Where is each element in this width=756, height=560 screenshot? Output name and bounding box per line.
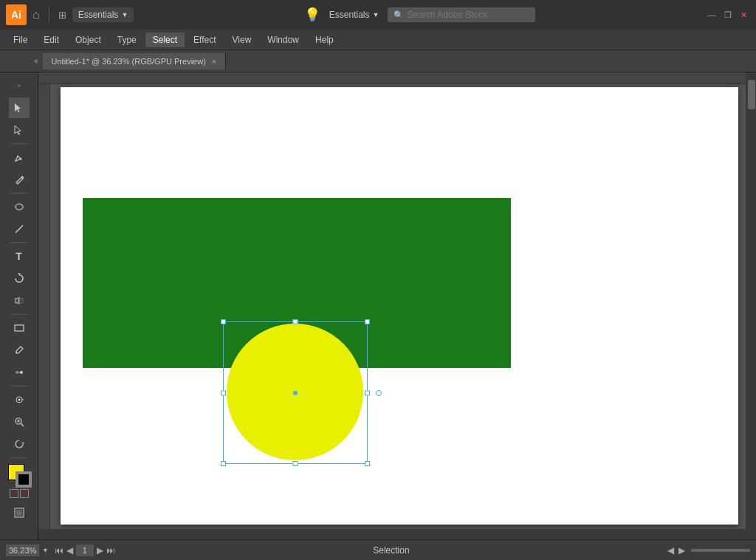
svg-point-11 [16,371,18,374]
workspace-switcher: ⊞ [58,10,66,21]
menu-type[interactable]: Type [110,33,144,47]
essentials-button[interactable]: Essentials ▼ [329,10,379,20]
handle-middle-right[interactable] [365,390,370,395]
svg-rect-6 [16,298,18,303]
ellipse-tool[interactable] [9,197,30,217]
stock-search-container: 🔍 [388,7,535,22]
rotate-view-tool[interactable] [9,434,30,454]
grid-icon[interactable]: ⊞ [58,10,66,21]
none-stroke-icon[interactable] [20,489,29,498]
menu-select[interactable]: Select [145,33,185,47]
zoom-tool[interactable] [9,412,30,432]
tab-title: Untitled-1* @ 36.23% (RGB/GPU Preview) [52,57,206,66]
zoom-control: 36.23% ▼ [6,544,49,556]
menu-help[interactable]: Help [308,33,341,47]
toolbar-separator-6 [10,457,28,458]
zoom-input[interactable]: 36.23% [6,544,39,556]
vertical-scrollbar[interactable] [746,72,756,539]
reflect-tool[interactable] [9,290,30,311]
search-icon: 🔍 [394,10,404,20]
no-fill-none-stroke[interactable] [10,489,29,498]
svg-point-3 [16,204,23,210]
toolbar-separator-2 [10,193,28,194]
handle-bottom-center[interactable] [293,461,298,466]
yellow-circle[interactable] [227,324,363,460]
svg-rect-23 [16,510,22,516]
selection-tool[interactable] [9,98,30,118]
canvas-document [61,87,738,525]
workspace-label: Essentials [78,10,119,20]
left-toolbar: » T [0,72,38,539]
maximize-button[interactable]: ❐ [722,9,734,21]
rotate-tool[interactable] [9,268,30,289]
tab-bar: « Untitled-1* @ 36.23% (RGB/GPU Preview)… [0,50,756,72]
nav-last-button[interactable]: ⏭ [106,545,115,556]
workspace-button[interactable]: Essentials ▼ [72,7,134,22]
direct-selection-tool[interactable] [9,120,30,140]
eyedropper-tool[interactable] [9,340,30,361]
horizontal-scrollbar[interactable] [38,529,746,539]
close-button[interactable]: ✕ [738,9,750,21]
menu-effect[interactable]: Effect [186,33,223,47]
play-back-button[interactable]: ◀ [667,545,674,556]
minimize-button[interactable]: — [706,9,718,21]
rotate-handle[interactable] [376,390,382,396]
title-bar-left: Ai ⌂ ⊞ Essentials ▼ [6,4,134,25]
document-tab[interactable]: Untitled-1* @ 36.23% (RGB/GPU Preview) × [43,53,227,69]
ruler-horizontal [38,72,746,84]
menu-window[interactable]: Window [260,33,306,47]
home-icon[interactable]: ⌂ [32,8,40,21]
tab-scroll-left[interactable]: « [30,57,43,65]
title-bar-right: — ❐ ✕ [706,9,750,21]
page-number-input[interactable]: 1 [76,544,94,556]
svg-marker-0 [15,103,21,112]
pen-tool[interactable] [9,147,30,168]
green-rectangle[interactable] [83,198,511,368]
menu-file[interactable]: File [6,33,35,47]
nav-first-button[interactable]: ⏮ [55,545,63,556]
play-forward-button[interactable]: ▶ [678,545,685,556]
toolbar-separator-1 [10,143,28,144]
stock-search-input[interactable] [407,10,518,20]
blend-tool[interactable] [9,362,30,383]
line-segment-tool[interactable] [9,219,30,239]
canvas-area[interactable] [38,72,756,539]
handle-top-left[interactable] [221,319,226,324]
color-area [8,464,30,498]
svg-point-15 [18,399,20,401]
current-tool-display: Selection [121,545,662,556]
nav-next-button[interactable]: ▶ [97,545,103,556]
handle-bottom-right[interactable] [365,461,370,466]
change-screen-mode[interactable] [9,502,30,523]
handle-bottom-left[interactable] [221,461,226,466]
zoom-dropdown-arrow[interactable]: ▼ [42,547,49,554]
bulb-icon[interactable]: 💡 [304,7,320,23]
tab-close-button[interactable]: × [212,57,216,66]
menu-bar: File Edit Object Type Select Effect View… [0,30,756,50]
svg-rect-24 [38,72,746,84]
svg-line-4 [16,225,23,233]
ruler-h-svg [38,72,746,84]
navigation-controls: ⏮ ◀ 1 ▶ ⏭ [55,544,115,556]
menu-object[interactable]: Object [68,33,109,47]
symbol-sprayer-tool[interactable] [9,389,30,410]
none-fill-icon[interactable] [10,489,18,498]
collapse-panel-button[interactable]: » [9,75,30,96]
menu-view[interactable]: View [225,33,259,47]
svg-rect-9 [15,325,24,331]
ruler-vertical [38,84,50,529]
nav-prev-button[interactable]: ◀ [66,545,73,556]
svg-line-18 [21,423,24,426]
fill-stroke-indicator[interactable] [8,464,30,486]
handle-middle-left[interactable] [221,390,226,395]
handle-top-right[interactable] [365,319,370,324]
stroke-color-box[interactable] [17,473,30,486]
rectangle-tool[interactable] [9,318,30,338]
vertical-scroll-thumb[interactable] [748,80,755,109]
menu-edit[interactable]: Edit [36,33,66,47]
artboard-slider[interactable] [691,549,750,552]
scroll-corner [746,529,756,539]
status-bar: 36.23% ▼ ⏮ ◀ 1 ▶ ⏭ Selection ◀ ▶ [0,539,756,560]
type-tool[interactable]: T [9,246,30,267]
pencil-tool[interactable] [9,169,30,190]
